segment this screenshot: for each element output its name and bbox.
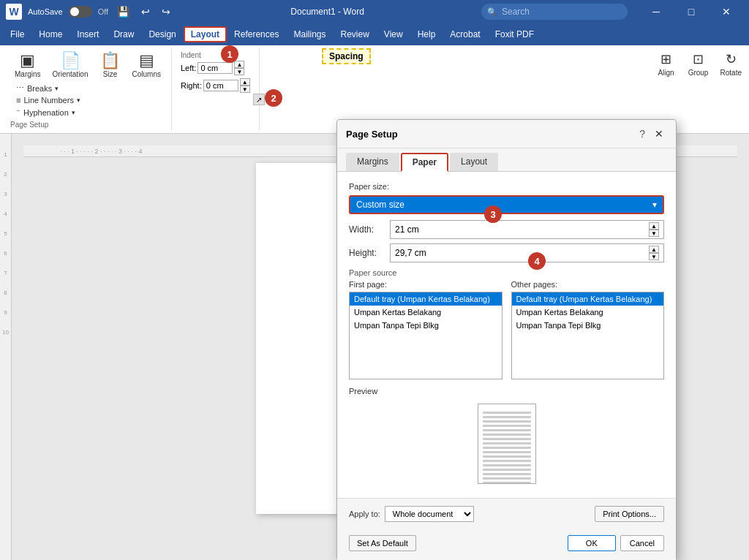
line-numbers-button[interactable]: ≡ Line Numbers ▾ <box>13 95 83 105</box>
tab-margins[interactable]: Margins <box>346 153 399 171</box>
maximize-button[interactable]: □ <box>674 0 708 23</box>
menu-home[interactable]: Home <box>31 26 69 42</box>
dialog-tabs: Margins Paper Layout <box>337 148 676 172</box>
paper-source-row: First page: Default tray (Umpan Kertas B… <box>349 280 664 379</box>
indent-group-label: Indent <box>181 51 250 59</box>
height-spin-down[interactable]: ▼ <box>649 253 659 260</box>
autosave-state: Off <box>98 7 108 16</box>
menu-view[interactable]: View <box>377 26 410 42</box>
rotate-label: Rotate <box>720 69 742 77</box>
menu-references[interactable]: References <box>227 26 286 42</box>
columns-button[interactable]: ▤ Columns <box>128 50 165 81</box>
preview-line <box>483 442 531 444</box>
group-button[interactable]: ⊡ Group <box>684 48 713 80</box>
paper-source-label: Paper source <box>349 268 664 277</box>
tab-layout[interactable]: Layout <box>450 153 498 171</box>
width-spin-up[interactable]: ▲ <box>649 222 659 230</box>
preview-line <box>483 429 531 431</box>
page-setup-launcher[interactable]: ↗ <box>253 94 265 105</box>
size-button[interactable]: 📋 Size <box>96 50 125 81</box>
first-page-item-0[interactable]: Default tray (Umpan Kertas Belakang) <box>350 292 502 306</box>
menu-review[interactable]: Review <box>333 26 376 42</box>
spin-up[interactable]: ▲ <box>234 61 244 68</box>
breaks-button[interactable]: ⋯ Breaks ▾ <box>13 83 83 94</box>
step2-badge: 2 <box>265 89 282 107</box>
preview-page <box>478 404 536 484</box>
indent-right-input[interactable] <box>203 80 238 91</box>
menu-insert[interactable]: Insert <box>69 26 106 42</box>
redo-icon[interactable]: ↪ <box>159 4 173 19</box>
width-input[interactable] <box>395 224 453 235</box>
group-icon: ⊡ <box>693 51 704 67</box>
close-button[interactable]: ✕ <box>710 0 743 23</box>
set-default-button[interactable]: Set As Default <box>349 535 416 551</box>
other-pages-item-0[interactable]: Default tray (Umpan Kertas Belakang) <box>512 292 664 306</box>
orientation-label: Orientation <box>53 70 89 78</box>
first-page-list[interactable]: Default tray (Umpan Kertas Belakang) Ump… <box>349 292 503 379</box>
doc-title: Document1 - Word <box>179 7 475 17</box>
other-pages-item-1[interactable]: Umpan Kertas Belakang <box>512 306 664 319</box>
paper-size-dropdown[interactable]: Custom size ▾ <box>349 195 664 214</box>
search-input[interactable] <box>481 4 628 20</box>
save-icon[interactable]: 💾 <box>114 4 132 19</box>
cancel-button[interactable]: Cancel <box>620 535 664 551</box>
menu-help[interactable]: Help <box>410 26 443 42</box>
other-pages-item-2[interactable]: Umpan Tanpa Tepi Blkg <box>512 319 664 332</box>
ok-button[interactable]: OK <box>568 535 616 551</box>
line-numbers-label: Line Numbers <box>23 96 73 105</box>
height-spin[interactable]: ▲ ▼ <box>649 246 659 260</box>
preview-line <box>483 425 531 427</box>
menu-design[interactable]: Design <box>141 26 183 42</box>
dialog-close-button[interactable]: ✕ <box>651 126 667 142</box>
menu-file[interactable]: File <box>3 26 31 42</box>
undo-icon[interactable]: ↩ <box>138 4 153 19</box>
menu-draw[interactable]: Draw <box>106 26 141 42</box>
page-setup-group-label: Page Setup <box>10 119 48 129</box>
margins-button[interactable]: ▣ Margins <box>10 50 45 81</box>
menu-mailings[interactable]: Mailings <box>286 26 333 42</box>
height-spin-up[interactable]: ▲ <box>649 246 659 253</box>
other-pages-list[interactable]: Default tray (Umpan Kertas Belakang) Ump… <box>511 292 665 379</box>
dialog-ok-cancel: OK Cancel <box>568 535 664 551</box>
ribbon-group-indent: Indent Left: ▲▼ Right: ▲▼ <box>172 48 260 130</box>
autosave-toggle[interactable] <box>69 6 92 18</box>
first-page-item-1[interactable]: Umpan Kertas Belakang <box>350 306 502 319</box>
orientation-button[interactable]: 📄 Orientation <box>48 50 93 81</box>
dialog-content: Paper size: Custom size ▾ Width: ▲ ▼ <box>337 172 676 498</box>
indent-left-spin[interactable]: ▲▼ <box>234 61 244 75</box>
spin-down-r[interactable]: ▼ <box>240 86 250 93</box>
search-wrapper: 🔍 <box>481 4 628 20</box>
dialog-footer: Apply to: Whole document This section Th… <box>337 498 676 529</box>
menu-foxit[interactable]: Foxit PDF <box>488 26 541 42</box>
size-label: Size <box>103 70 117 78</box>
preview-line <box>483 416 531 418</box>
spacing-label: Spacing <box>329 51 364 61</box>
width-spin-down[interactable]: ▼ <box>649 230 659 237</box>
spin-down[interactable]: ▼ <box>234 68 244 75</box>
columns-icon: ▤ <box>139 53 154 69</box>
dialog-help-button[interactable]: ? <box>639 128 645 140</box>
align-button[interactable]: ⊞ Align <box>652 48 681 80</box>
indent-right-spin[interactable]: ▲▼ <box>240 78 250 93</box>
print-options-button[interactable]: Print Options... <box>595 506 664 522</box>
tab-paper[interactable]: Paper <box>401 153 448 172</box>
first-page-item-2[interactable]: Umpan Tanpa Tepi Blkg <box>350 319 502 332</box>
preview-line <box>483 469 531 471</box>
apply-select[interactable]: Whole document This section This point f… <box>385 506 474 522</box>
rotate-button[interactable]: ↻ Rotate <box>716 48 746 80</box>
indent-left-input[interactable] <box>197 62 233 74</box>
autosave-label: AutoSave <box>28 7 63 16</box>
width-spin[interactable]: ▲ ▼ <box>649 222 659 237</box>
spin-up-r[interactable]: ▲ <box>240 78 250 86</box>
preview-line <box>483 473 531 475</box>
menu-layout[interactable]: Layout <box>184 26 227 42</box>
menu-acrobat[interactable]: Acrobat <box>443 26 487 42</box>
ribbon-btns-pagesetup: ▣ Margins 📄 Orientation 📋 Size ▤ Columns <box>10 50 165 81</box>
minimize-button[interactable]: ─ <box>639 0 673 23</box>
height-input[interactable] <box>395 248 453 258</box>
group-label: Group <box>688 69 709 77</box>
hyphenation-icon: ⁻ <box>16 107 20 117</box>
first-page-col: First page: Default tray (Umpan Kertas B… <box>349 280 503 379</box>
preview-line <box>483 438 531 440</box>
hyphenation-button[interactable]: ⁻ Hyphenation ▾ <box>13 107 83 118</box>
